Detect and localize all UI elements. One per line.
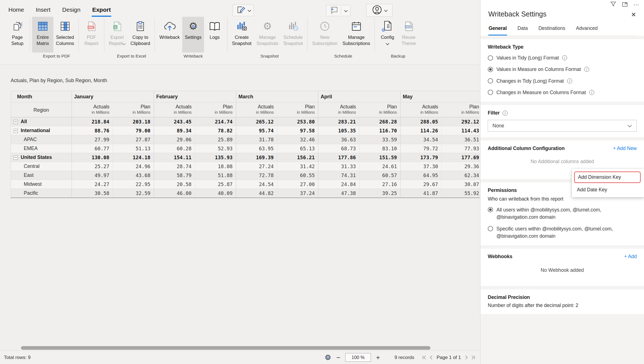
close-icon[interactable]: ✕ <box>631 11 636 18</box>
last-page-icon[interactable] <box>471 355 476 360</box>
cell[interactable]: 34.54 <box>401 135 442 144</box>
cell[interactable]: 30.58 <box>72 189 113 198</box>
manage-subscriptions-button[interactable]: ManageSubscriptions <box>340 17 373 53</box>
edit-mode-button[interactable] <box>233 4 254 16</box>
copy-to-clipboard-button[interactable]: Copy toClipboard <box>128 17 153 53</box>
tab-general[interactable]: General <box>488 25 507 35</box>
cell[interactable]: 36.63 <box>318 135 359 144</box>
cell[interactable]: 97.58 <box>277 126 318 135</box>
info-icon[interactable]: i <box>567 78 572 84</box>
radio-all-users[interactable]: All users within @mobilitysys.com, @lume… <box>488 206 637 221</box>
month-header[interactable]: May <box>401 91 480 103</box>
cell[interactable]: 173.79 <box>401 153 442 162</box>
cell[interactable]: 24.96 <box>113 162 154 171</box>
writeback-button[interactable]: Writeback <box>157 17 182 53</box>
cell[interactable]: 151.59 <box>359 153 401 162</box>
cell[interactable]: 156.21 <box>277 153 318 162</box>
logs-button[interactable]: Logs <box>204 17 225 53</box>
cell[interactable]: 47.38 <box>318 189 359 198</box>
cell[interactable]: 130.08 <box>72 153 113 162</box>
menu-item-add-date-key[interactable]: Add Date Key <box>572 184 644 196</box>
cell[interactable]: 18.08 <box>195 162 236 171</box>
cell[interactable]: 105.35 <box>318 126 359 135</box>
tab-home[interactable]: Home <box>8 4 25 17</box>
cell[interactable]: 41.87 <box>401 189 442 198</box>
collapse-toggle-icon[interactable]: − <box>14 120 18 124</box>
row-label[interactable]: East <box>11 171 72 180</box>
tab-insert[interactable]: Insert <box>35 4 51 17</box>
zoom-in-button[interactable]: + <box>375 354 381 361</box>
cell[interactable]: 24.27 <box>72 180 113 189</box>
cell[interactable]: 20.58 <box>154 180 195 189</box>
cell[interactable]: 31.42 <box>277 162 318 171</box>
month-header[interactable]: April <box>318 91 401 103</box>
month-header[interactable]: February <box>154 91 236 103</box>
chevron-down-icon[interactable] <box>386 42 389 45</box>
selected-columns-button[interactable]: SelectedColumns <box>53 17 77 53</box>
measure-header[interactable]: Actualsin Millions <box>72 103 113 117</box>
cell[interactable]: 243.45 <box>154 117 195 126</box>
collapse-toggle-icon[interactable]: − <box>14 156 18 160</box>
tab-design[interactable]: Design <box>62 4 81 17</box>
filter-funnel-icon[interactable] <box>610 1 616 8</box>
radio-values-measure-columns[interactable]: Values in Measure on Columns Format i <box>488 66 637 73</box>
cell[interactable]: 114.26 <box>401 126 442 135</box>
cell[interactable]: 74.31 <box>318 171 359 180</box>
add-comment-button[interactable] <box>326 5 351 16</box>
row-label[interactable]: Midwest <box>11 180 72 189</box>
first-page-icon[interactable] <box>422 355 427 360</box>
cell[interactable]: 292.12 <box>442 117 480 126</box>
cell[interactable]: 78.82 <box>195 126 236 135</box>
cell[interactable]: 58.79 <box>154 171 195 180</box>
focus-mode-icon[interactable] <box>622 2 628 8</box>
measure-header[interactable]: Planin Millions <box>195 103 236 117</box>
row-label[interactable]: −All <box>11 117 72 126</box>
cell[interactable]: 83.10 <box>359 144 401 153</box>
filter-dropdown[interactable]: None <box>488 120 637 132</box>
cell[interactable]: 116.70 <box>359 126 401 135</box>
radio-values-tidy[interactable]: Values in Tidy (Long) Format i <box>488 54 637 61</box>
cell[interactable]: 29.67 <box>401 180 442 189</box>
chevron-down-icon[interactable] <box>345 9 347 12</box>
cell[interactable]: 27.87 <box>113 135 154 144</box>
cell[interactable]: 65.13 <box>277 144 318 153</box>
cell[interactable]: 72.78 <box>236 171 277 180</box>
cell[interactable]: 60.57 <box>359 171 401 180</box>
zoom-level-input[interactable]: 100 % <box>345 353 371 362</box>
cell[interactable]: 39.25 <box>359 189 401 198</box>
measure-header[interactable]: Planin Millions <box>359 103 401 117</box>
cell[interactable]: 79.72 <box>401 144 442 153</box>
cell[interactable]: 49.97 <box>72 171 113 180</box>
cell[interactable]: 283.21 <box>318 117 359 126</box>
cell[interactable]: 52.93 <box>195 144 236 153</box>
cell[interactable]: 27.16 <box>359 180 401 189</box>
cell[interactable]: 29.06 <box>154 135 195 144</box>
cell[interactable]: 30.07 <box>442 180 480 189</box>
cell[interactable]: 36.51 <box>442 135 480 144</box>
cell[interactable]: 32.59 <box>113 189 154 198</box>
page-setup-button[interactable]: PageSetup <box>7 17 28 53</box>
row-label[interactable]: Central <box>11 162 72 171</box>
cell[interactable]: 32.46 <box>277 135 318 144</box>
cell[interactable]: 29.36 <box>442 162 480 171</box>
cell[interactable]: 135.93 <box>195 153 236 162</box>
cell[interactable]: 77.93 <box>442 144 480 153</box>
cell[interactable]: 169.39 <box>236 153 277 162</box>
info-icon[interactable]: i <box>584 67 589 72</box>
row-label[interactable]: APAC <box>11 135 72 144</box>
cell[interactable]: 114.43 <box>442 126 480 135</box>
scrollbar-thumb[interactable] <box>21 346 430 350</box>
cell[interactable]: 79.00 <box>113 126 154 135</box>
horizontal-scrollbar[interactable] <box>0 346 480 350</box>
next-page-icon[interactable] <box>464 355 469 360</box>
settings-button[interactable]: ⚙ Settings <box>182 17 204 53</box>
info-icon[interactable]: i <box>562 55 567 60</box>
cell[interactable]: 40.09 <box>195 189 236 198</box>
cell[interactable]: 44.82 <box>236 189 277 198</box>
cell[interactable]: 60.28 <box>154 144 195 153</box>
gear-icon[interactable]: ⚙ <box>325 354 331 361</box>
cell[interactable]: 203.18 <box>113 117 154 126</box>
cell[interactable]: 268.28 <box>359 117 401 126</box>
cell[interactable]: 68.73 <box>318 144 359 153</box>
cell[interactable]: 88.76 <box>72 126 113 135</box>
